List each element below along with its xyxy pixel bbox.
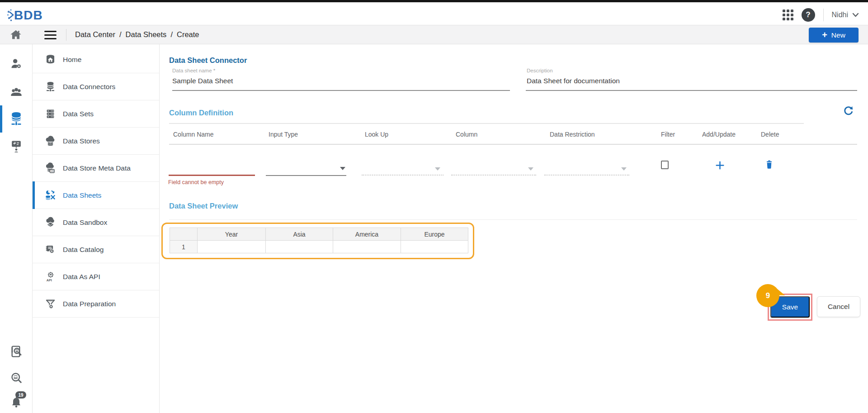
sidebar-item-data-store-meta-data[interactable]: </> Data Store Meta Data [33, 155, 159, 182]
icon-rail: 19 [0, 44, 33, 413]
add-column-icon[interactable] [715, 160, 725, 171]
server-rack-icon [44, 108, 57, 120]
column-name-error-text: Field cannot be empty [168, 179, 224, 185]
data-sheet-name-input[interactable]: Sample Data Sheet [172, 77, 509, 85]
column-header-column: Column [456, 131, 477, 138]
description-input[interactable]: Data Sheet for documentation [527, 77, 857, 85]
sidebar-item-data-as-api[interactable]: API Data As API [33, 263, 159, 290]
sidebar-item-label: Data Store Meta Data [63, 164, 131, 172]
input-type-dropdown[interactable] [266, 163, 346, 176]
new-button[interactable]: + New [809, 28, 859, 43]
rail-user-settings-icon[interactable] [10, 57, 23, 70]
breadcrumb-create[interactable]: Create [177, 30, 199, 39]
section-title-data-sheet-connector: Data Sheet Connector [169, 56, 247, 65]
cloud-database-code-icon: </> [44, 162, 57, 174]
rail-data-center-icon[interactable] [9, 110, 24, 127]
help-icon[interactable]: ? [802, 8, 815, 22]
input-type-arrow-icon [340, 167, 345, 170]
catalog-gear-icon [44, 243, 57, 256]
column-header-input-type: Input Type [269, 131, 298, 138]
database-connector-icon [44, 81, 57, 93]
preview-header-asia: Asia [266, 228, 333, 241]
delete-column-trash-icon[interactable] [764, 159, 774, 170]
section-title-column-definition: Column Definition [169, 109, 233, 117]
look-up-underline [362, 175, 443, 176]
preview-data-row: 1 [170, 241, 468, 253]
refresh-icon[interactable] [842, 105, 854, 117]
cancel-button[interactable]: Cancel [817, 296, 860, 317]
data-restriction-arrow-icon [621, 167, 627, 171]
sidebar-item-label: Data Connectors [63, 83, 115, 91]
section-divider [169, 123, 804, 124]
sidebar-item-data-sheets[interactable]: Data Sheets [33, 182, 159, 209]
rail-active-indicator [0, 105, 2, 133]
rail-user-groups-icon[interactable] [9, 85, 23, 98]
svg-text:API: API [47, 278, 52, 282]
sidebar-item-label: Home [63, 56, 81, 64]
sidebar: Home Data Connectors Data Sets [33, 44, 160, 413]
breadcrumb-separator: / [170, 30, 173, 39]
preview-cell-america [333, 241, 401, 253]
column-header-delete: Delete [761, 131, 779, 138]
column-header-filter: Filter [661, 131, 675, 138]
plus-icon: + [822, 30, 827, 39]
sidebar-item-data-stores[interactable]: Data Stores [33, 128, 159, 155]
sidebar-item-data-sandbox[interactable]: Data Sandbox [33, 209, 159, 236]
apps-grid-icon[interactable] [783, 9, 793, 20]
sidebar-item-data-preparation[interactable]: Data Preparation [33, 290, 159, 318]
rail-data-search-icon[interactable] [9, 371, 23, 385]
breadcrumb-bar: Data Center / Data Sheets / Create + New [0, 25, 868, 44]
annotation-step-badge: 9 [756, 284, 779, 307]
header-divider [823, 9, 824, 21]
funnel-gear-icon [44, 298, 57, 310]
preview-header-row: Year Asia America Europe [170, 228, 468, 241]
input-type-underline [266, 175, 346, 176]
preview-header-america: America [333, 228, 401, 241]
cloud-database-icon [44, 135, 57, 147]
home-icon[interactable] [9, 28, 22, 41]
breadcrumb-separator: / [119, 30, 122, 39]
menu-toggle-icon[interactable] [44, 31, 57, 39]
column-name-error-underline [169, 175, 255, 176]
bdb-logo[interactable]: BDB [6, 6, 47, 24]
sidebar-item-data-catalog[interactable]: Data Catalog [33, 236, 159, 263]
filter-checkbox[interactable] [661, 161, 669, 169]
svg-text:</>: </> [51, 170, 54, 172]
sidebar-item-label: Data Sandbox [63, 218, 107, 227]
sidebar-item-label: Data Sheets [63, 191, 101, 199]
sidebar-item-data-sets[interactable]: Data Sets [33, 100, 159, 128]
preview-header-year: Year [198, 228, 266, 241]
breadcrumb-data-sheets[interactable]: Data Sheets [126, 30, 167, 39]
preview-cell-europe [401, 241, 468, 253]
new-button-label: New [831, 31, 845, 39]
sidebar-item-label: Data Catalog [63, 246, 104, 254]
preview-row-number: 1 [170, 241, 198, 253]
chevron-down-icon [852, 13, 859, 17]
user-name: Nidhi [832, 11, 848, 19]
data-sheet-name-underline [172, 90, 510, 91]
sidebar-item-label: Data Stores [63, 137, 100, 145]
rail-document-search-icon[interactable] [9, 344, 24, 359]
data-restriction-underline [544, 175, 629, 176]
sidebar-item-label: Data Sets [63, 110, 94, 118]
cloud-sandbox-icon [44, 216, 57, 228]
breadcrumb-data-center[interactable]: Data Center [75, 30, 115, 39]
notification-count-badge: 19 [15, 391, 26, 399]
data-sheet-name-label: Data sheet name * [172, 68, 215, 73]
app-header: BDB ? Nidhi [0, 0, 868, 25]
preview-cell-asia [266, 241, 333, 253]
column-underline [451, 175, 536, 176]
table-header-divider [169, 144, 857, 145]
description-underline [526, 90, 857, 91]
preview-header-europe: Europe [401, 228, 468, 241]
rail-training-icon[interactable] [9, 138, 23, 153]
column-arrow-icon [528, 167, 533, 171]
sidebar-item-home[interactable]: Home [33, 46, 159, 73]
user-menu[interactable]: Nidhi [832, 11, 859, 19]
sidebar-item-label: Data Preparation [63, 300, 116, 308]
breadcrumb: Data Center / Data Sheets / Create [75, 25, 199, 44]
column-header-data-restriction: Data Restriction [550, 131, 595, 138]
sidebar-item-data-connectors[interactable]: Data Connectors [33, 73, 159, 100]
preview-divider [169, 219, 857, 220]
preview-cell-year [198, 241, 266, 253]
